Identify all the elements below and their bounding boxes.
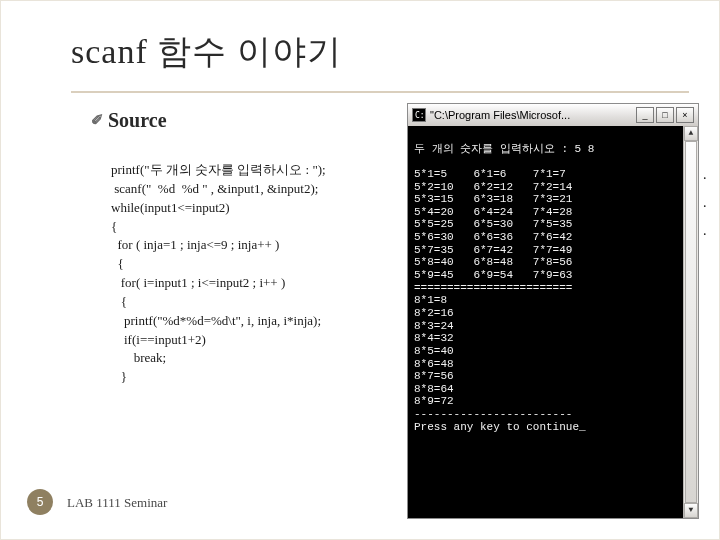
close-button[interactable]: ×: [676, 107, 694, 123]
console-window: C:\ "C:\Program Files\Microsof... _ □ × …: [407, 103, 699, 519]
section-label: Source: [108, 109, 167, 131]
scroll-thumb[interactable]: [685, 141, 697, 503]
source-code: printf("두 개의 숫자를 입력하시오 : "); scanf(" %d …: [111, 161, 371, 387]
console-output: 두 개의 숫자를 입력하시오 : 5 8 5*1=5 6*1=6 7*1=7 5…: [414, 143, 594, 433]
title-rule: [71, 91, 689, 93]
maximize-button[interactable]: □: [656, 107, 674, 123]
slide: scanf 함수 이야기 ✐Source printf("두 개의 숫자를 입력…: [0, 0, 720, 540]
svg-text:C:\: C:\: [415, 111, 424, 120]
swirl-icon: ✐: [91, 111, 104, 129]
footer-text: LAB 1111 Seminar: [67, 495, 167, 511]
scrollbar[interactable]: ▲ ▼: [683, 126, 698, 518]
scroll-track[interactable]: [684, 141, 698, 503]
console-body: 두 개의 숫자를 입력하시오 : 5 8 5*1=5 6*1=6 7*1=7 5…: [408, 126, 698, 518]
section-heading: ✐Source: [91, 109, 167, 132]
minimize-button[interactable]: _: [636, 107, 654, 123]
page-title: scanf 함수 이야기: [71, 29, 342, 75]
page-number: 5: [27, 489, 53, 515]
console-title-text: "C:\Program Files\Microsof...: [430, 109, 632, 121]
scroll-down-button[interactable]: ▼: [684, 503, 698, 518]
console-titlebar: C:\ "C:\Program Files\Microsof... _ □ ×: [408, 104, 698, 126]
window-buttons: _ □ ×: [636, 107, 694, 123]
scroll-up-button[interactable]: ▲: [684, 126, 698, 141]
console-icon: C:\: [412, 108, 426, 122]
